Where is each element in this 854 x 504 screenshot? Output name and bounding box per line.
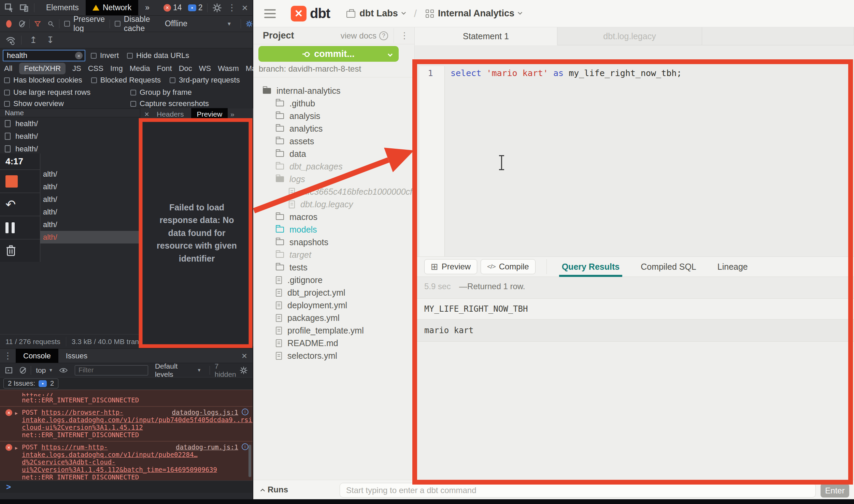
network-request-row[interactable]: health/ — [0, 130, 140, 143]
pause-recording-button[interactable] — [0, 216, 40, 239]
console-filter-input[interactable] — [75, 365, 148, 375]
tree-item-models[interactable]: models — [253, 223, 415, 236]
issues-count-badge[interactable]: ▪2 — [188, 3, 203, 12]
dbt-logo[interactable]: ✕ dbt — [291, 6, 330, 21]
dbt-command-input[interactable] — [340, 483, 816, 498]
blocked-requests-checkbox[interactable]: Blocked Requests — [91, 76, 161, 85]
network-conditions-wifi-icon[interactable] — [5, 35, 16, 45]
tree-item--gitignore[interactable]: .gitignore — [253, 274, 415, 286]
tree-item-dbt-packages[interactable]: dbt_packages — [253, 160, 415, 173]
results-row[interactable]: mario kart — [415, 320, 854, 342]
tree-item-readme-md[interactable]: README.md — [253, 337, 415, 350]
tree-item-deployment-yml[interactable]: deployment.yml — [253, 299, 415, 312]
context-select[interactable]: top — [36, 366, 46, 374]
view-docs-link[interactable]: view docs? — [341, 31, 388, 41]
record-icon[interactable] — [6, 20, 12, 28]
invert-checkbox[interactable]: Invert — [91, 51, 119, 60]
error-count-badge[interactable]: ×14 — [163, 3, 182, 12]
error-source-link[interactable]: datadog-rum.js:1 — [176, 443, 238, 451]
compile-button[interactable]: </>Compile — [481, 259, 536, 274]
filter-chip-img[interactable]: Img — [110, 64, 123, 73]
project-kebab-icon[interactable]: ⋮ — [394, 28, 410, 43]
device-toolbar-icon[interactable] — [19, 3, 29, 13]
filter-chip-css[interactable]: CSS — [88, 64, 103, 73]
tree-item-dbt-project-yml[interactable]: dbt_project.yml — [253, 286, 415, 299]
filter-chip-doc[interactable]: Doc — [179, 64, 192, 73]
account-switcher[interactable]: dbt Labs — [346, 8, 405, 19]
close-devtools-icon[interactable]: × — [242, 2, 248, 14]
tree-item-selectors-yml[interactable]: selectors.yml — [253, 350, 415, 362]
filter-chip-ws[interactable]: WS — [199, 64, 211, 73]
project-switcher[interactable]: Internal Analytics — [426, 8, 522, 19]
tab-elements[interactable]: Elements — [39, 0, 86, 15]
filter-chip-wasm[interactable]: Wasm — [218, 64, 239, 73]
tree-item-assets[interactable]: assets — [253, 135, 415, 148]
has-blocked-cookies-checkbox[interactable]: Has blocked cookies — [4, 76, 82, 85]
expand-triangle-icon[interactable]: ▶ — [15, 444, 18, 452]
tree-item-tests[interactable]: tests — [253, 261, 415, 274]
tree-item--github[interactable]: .github — [253, 97, 415, 110]
more-detail-tabs-icon[interactable]: » — [230, 110, 234, 118]
error-source-link[interactable]: datadog-logs.js:1 — [172, 409, 238, 416]
search-icon[interactable] — [47, 19, 54, 29]
tab-query-results[interactable]: Query Results — [559, 257, 623, 277]
tree-item-analytics[interactable]: analytics — [253, 122, 415, 135]
throttling-dropdown-arrow[interactable]: ▼ — [227, 21, 232, 27]
export-har-icon[interactable]: ↧ — [47, 35, 54, 45]
tab-headers[interactable]: Headers — [152, 109, 188, 119]
tab-preview[interactable]: Preview — [191, 108, 228, 120]
preserve-log-checkbox[interactable]: Preserve log — [64, 15, 105, 33]
levels-dropdown-arrow[interactable]: ▼ — [197, 368, 201, 373]
hamburger-menu-icon[interactable] — [264, 9, 276, 18]
group-by-frame-checkbox[interactable]: Group by frame — [130, 88, 192, 97]
restart-recording-button[interactable]: ↶ — [0, 193, 40, 216]
filter-chip-font[interactable]: Font — [157, 64, 172, 73]
network-settings-gear-icon[interactable] — [246, 19, 253, 29]
tab-console[interactable]: Console — [16, 349, 58, 363]
expand-triangle-icon[interactable]: ▶ — [15, 410, 18, 417]
kebab-menu-icon[interactable]: ⋮ — [227, 2, 236, 13]
network-request-row[interactable]: health/ — [0, 117, 140, 130]
use-large-request-rows-checkbox[interactable]: Use large request rows — [4, 88, 130, 97]
throttling-select[interactable]: Offline — [165, 19, 187, 28]
more-tabs-button[interactable]: » — [138, 0, 156, 15]
third-party-requests-checkbox[interactable]: 3rd-party requests — [170, 76, 240, 85]
tree-item-profile-template-yml[interactable]: profile_template.yml — [253, 324, 415, 337]
console-sidebar-icon[interactable] — [5, 366, 13, 375]
console-prompt[interactable]: > — [0, 480, 253, 493]
tree-item-analysis[interactable]: analysis — [253, 110, 415, 122]
clear-filter-icon[interactable]: × — [75, 52, 83, 59]
inspect-element-icon[interactable] — [4, 3, 14, 13]
info-icon[interactable]: i — [242, 409, 248, 415]
tab-compiled-sql[interactable]: Compiled SQL — [638, 257, 699, 277]
preview-button[interactable]: ⊞Preview — [424, 259, 477, 274]
filter-funnel-icon[interactable] — [34, 19, 41, 29]
tree-item--nfc3665c416bfecb1000000cf[interactable]: .nfc3665c416bfecb1000000cf — [253, 186, 415, 198]
discard-recording-button[interactable] — [0, 239, 40, 262]
drawer-kebab-icon[interactable]: ⋮ — [3, 351, 12, 361]
filter-chip-js[interactable]: JS — [72, 64, 81, 73]
tab-dbt-log-legacy[interactable]: dbt.log.legacy — [557, 27, 702, 45]
info-icon[interactable]: i — [242, 443, 248, 450]
sql-code-line[interactable]: select 'mario kart' as my_life_right_now… — [451, 68, 682, 78]
context-dropdown-arrow[interactable]: ▼ — [48, 368, 53, 373]
close-drawer-icon[interactable]: × — [242, 351, 247, 361]
commit-dropdown-chevron[interactable] — [388, 52, 393, 57]
issues-summary[interactable]: 2 Issues: ▪ 2 — [3, 379, 58, 388]
enter-button[interactable]: Enter — [821, 484, 849, 498]
hide-data-urls-checkbox[interactable]: Hide data URLs — [127, 51, 189, 60]
log-levels-select[interactable]: Default levels — [155, 362, 194, 379]
tree-item-snapshots[interactable]: snapshots — [253, 236, 415, 249]
tab-issues[interactable]: Issues — [58, 349, 95, 363]
filter-chip-media[interactable]: Media — [130, 64, 150, 73]
disable-cache-checkbox[interactable]: Disable cache — [115, 15, 157, 33]
console-settings-gear-icon[interactable] — [240, 366, 248, 375]
tree-item-logs[interactable]: logs — [253, 173, 415, 186]
close-detail-icon[interactable]: × — [144, 109, 149, 119]
tree-item-target[interactable]: target — [253, 249, 415, 261]
eye-icon[interactable] — [59, 367, 68, 374]
commit-button[interactable]: commit... — [258, 46, 399, 62]
tree-item-macros[interactable]: macros — [253, 211, 415, 223]
tab-network[interactable]: Network — [86, 0, 138, 15]
filter-chip-fetch-xhr[interactable]: Fetch/XHR — [19, 63, 66, 74]
